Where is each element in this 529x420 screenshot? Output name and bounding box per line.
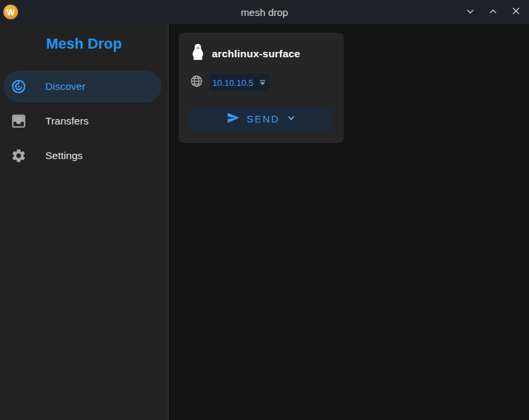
device-address-row: 10.10.10.5 bbox=[190, 74, 332, 91]
sidebar-item-settings[interactable]: Settings bbox=[3, 140, 161, 172]
titlebar: W mesh drop bbox=[0, 0, 529, 24]
sidebar-item-discover[interactable]: Discover bbox=[3, 71, 161, 103]
window-controls bbox=[464, 6, 529, 18]
send-button-label: SEND bbox=[247, 113, 280, 124]
sidebar-item-transfers[interactable]: Transfers bbox=[3, 105, 161, 137]
globe-icon bbox=[190, 75, 203, 91]
minimize-button[interactable] bbox=[464, 6, 476, 18]
app-logo-icon: W bbox=[3, 5, 18, 19]
device-card: archlinux-surface 10.10.10.5 bbox=[179, 33, 344, 143]
sidebar-item-label: Transfers bbox=[45, 115, 89, 127]
close-button[interactable] bbox=[510, 6, 522, 18]
send-icon bbox=[227, 111, 240, 126]
maximize-button[interactable] bbox=[487, 6, 499, 18]
ip-address-value: 10.10.10.5 bbox=[213, 78, 253, 88]
sidebar-nav: Discover Transfers bbox=[0, 71, 168, 172]
chevron-up-icon bbox=[488, 7, 498, 18]
gear-icon bbox=[11, 148, 27, 164]
sidebar-item-label: Settings bbox=[45, 150, 83, 162]
chevron-down-icon bbox=[286, 113, 296, 124]
radar-icon bbox=[11, 79, 27, 95]
chevron-down-icon bbox=[466, 7, 475, 18]
app-brand-title: Mesh Drop bbox=[0, 35, 168, 53]
ip-address-dropdown[interactable]: 10.10.10.5 bbox=[209, 74, 269, 91]
device-name-row: archlinux-surface bbox=[190, 44, 332, 64]
device-name: archlinux-surface bbox=[212, 48, 300, 60]
content-area: Mesh Drop Discover bbox=[0, 24, 529, 420]
app-window: W mesh drop Mesh Drop bbox=[0, 0, 529, 420]
main-area: archlinux-surface 10.10.10.5 bbox=[169, 24, 529, 420]
window-title: mesh drop bbox=[0, 7, 529, 18]
sidebar: Mesh Drop Discover bbox=[0, 24, 169, 420]
linux-penguin-icon bbox=[190, 43, 206, 65]
inbox-icon bbox=[11, 113, 27, 129]
caret-down-icon bbox=[259, 78, 266, 88]
app-logo-letter: W bbox=[7, 8, 15, 17]
sidebar-item-label: Discover bbox=[45, 81, 85, 93]
send-button[interactable]: SEND bbox=[190, 107, 332, 130]
close-icon bbox=[512, 7, 520, 17]
